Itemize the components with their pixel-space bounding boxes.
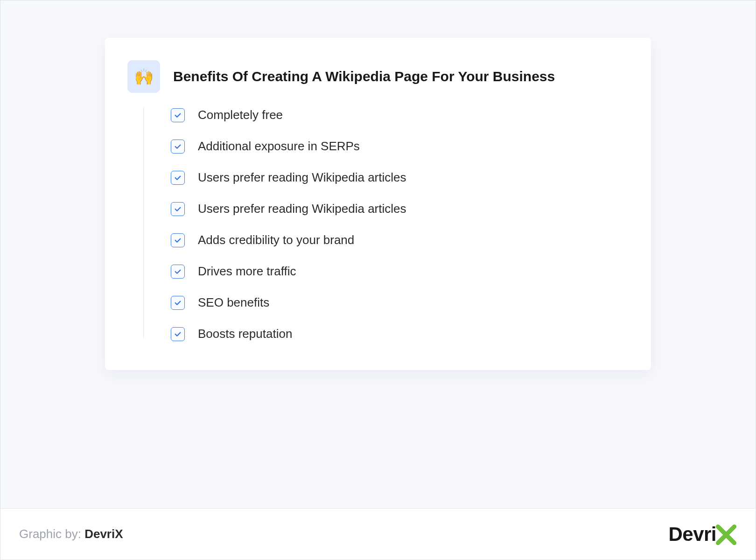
raising-hands-icon: 🙌: [127, 60, 160, 93]
list-item: Boosts reputation: [171, 327, 406, 341]
card-title: Benefits Of Creating A Wikipedia Page Fo…: [173, 68, 555, 85]
check-icon: [171, 140, 185, 154]
list-item: Users prefer reading Wikipedia articles: [171, 170, 406, 185]
list-item-label: Boosts reputation: [198, 327, 292, 341]
graphic-frame: 🙌 Benefits Of Creating A Wikipedia Page …: [0, 0, 756, 560]
benefits-card: 🙌 Benefits Of Creating A Wikipedia Page …: [105, 38, 651, 370]
brand-x-icon: [715, 524, 737, 546]
list-item: Completely free: [171, 108, 406, 122]
vertical-divider: [143, 107, 144, 338]
list-item-label: Additional exposure in SERPs: [198, 139, 360, 154]
check-icon: [171, 108, 185, 122]
brand-text: Devri: [668, 523, 716, 546]
list-item-label: Drives more traffic: [198, 264, 296, 279]
list-item: Users prefer reading Wikipedia articles: [171, 202, 406, 216]
list-wrap: Completely free Additional exposure in S…: [143, 104, 625, 341]
list-item-label: Adds credibility to your brand: [198, 233, 354, 247]
check-icon: [171, 202, 185, 216]
check-icon: [171, 265, 185, 279]
brand-logo: Devri: [668, 523, 737, 546]
list-item-label: Users prefer reading Wikipedia articles: [198, 170, 406, 185]
check-icon: [171, 171, 185, 185]
list-item: Additional exposure in SERPs: [171, 139, 406, 154]
list-item-label: Users prefer reading Wikipedia articles: [198, 202, 406, 216]
credit-brand: DevriX: [84, 527, 123, 541]
credit-text: Graphic by: DevriX: [19, 527, 123, 541]
check-icon: [171, 233, 185, 247]
check-icon: [171, 296, 185, 310]
card-header: 🙌 Benefits Of Creating A Wikipedia Page …: [127, 60, 625, 93]
canvas: 🙌 Benefits Of Creating A Wikipedia Page …: [0, 0, 756, 508]
benefits-list: Completely free Additional exposure in S…: [171, 104, 406, 341]
list-item: Drives more traffic: [171, 264, 406, 279]
footer: Graphic by: DevriX Devri: [0, 508, 756, 560]
list-item-label: SEO benefits: [198, 295, 269, 310]
emoji: 🙌: [134, 67, 154, 86]
check-icon: [171, 327, 185, 341]
list-item: Adds credibility to your brand: [171, 233, 406, 247]
list-item: SEO benefits: [171, 295, 406, 310]
credit-label: Graphic by:: [19, 527, 84, 541]
list-item-label: Completely free: [198, 108, 283, 122]
